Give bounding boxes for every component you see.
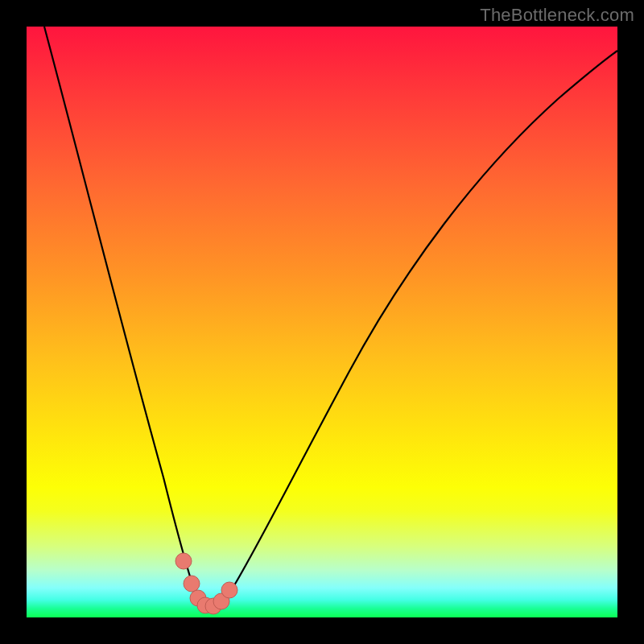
- marker-dot: [221, 582, 237, 598]
- marker-dot: [184, 576, 200, 592]
- chart-frame: TheBottleneck.com: [0, 0, 644, 644]
- marker-group: [175, 553, 237, 614]
- chart-svg: [27, 27, 617, 617]
- marker-dot: [175, 553, 192, 569]
- bottleneck-curve: [44, 27, 617, 608]
- watermark-text: TheBottleneck.com: [480, 5, 634, 26]
